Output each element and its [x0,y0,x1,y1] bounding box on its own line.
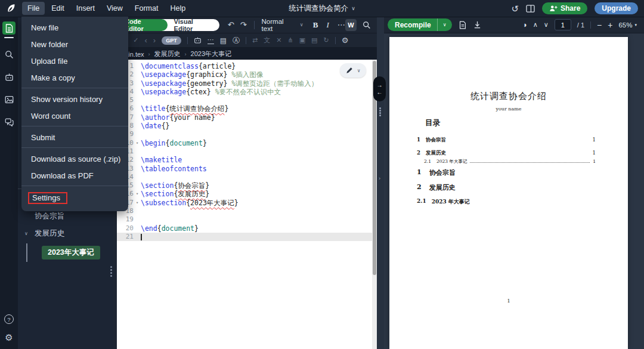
prev-suggestion-icon[interactable]: ‹ [144,36,147,44]
redo-icon[interactable]: ↷ [240,20,247,29]
code-line[interactable]: 2\usepackage{graphicx} %插入图像 [117,70,377,79]
download-pdf-icon[interactable] [473,21,481,29]
fold-arrow-icon[interactable]: ▾ [134,190,141,198]
code-line[interactable]: 10▾\begin{document} [117,139,377,147]
code-line[interactable]: 4\usepackage{ctex} %要不然会不认识中文 [117,88,377,96]
assistant-robot-icon[interactable] [2,70,16,84]
paraphrase-icon[interactable]: ⇄ [252,37,258,44]
compile-log-icon[interactable] [459,21,466,29]
code-line[interactable]: 17▾\subsection{2023年大事记} [117,199,377,207]
search-icon[interactable] [2,48,16,61]
editor-mode-toggle[interactable]: Code Editor Visual Editor [118,19,219,31]
menu-item-upload-file[interactable]: Upload file [21,52,128,69]
panel-resize-handle[interactable] [110,266,112,268]
project-title[interactable]: 统计调查协会简介 ∨ [289,4,355,14]
undo-icon[interactable]: ↶ [228,20,234,29]
menu-help[interactable]: Help [165,2,191,15]
fold-arrow-icon[interactable]: ▾ [134,199,141,207]
menu-view[interactable]: View [101,2,128,15]
divider-chevron-icon[interactable]: › [379,175,380,181]
fold-arrow-icon[interactable]: ▾ [134,139,141,147]
code-line[interactable]: 12\maketitle [117,156,377,164]
menu-item-make-a-copy[interactable]: Make a copy [21,69,128,86]
code-line[interactable]: 9 [117,130,377,138]
menu-edit[interactable]: Edit [46,2,70,15]
arrow-left-icon[interactable]: ← [377,89,383,95]
chat-icon[interactable] [2,116,16,129]
panel-divider[interactable]: → ← › [377,17,384,349]
pdf-page[interactable]: 统计调查协会介绍 your name 目录 1协会宗旨12发展历史12.1202… [389,37,628,349]
code-line[interactable]: 13\tableofcontents [117,165,377,173]
join-sentence-icon[interactable]: ⋔ [287,37,293,44]
menu-format[interactable]: Format [129,2,164,15]
code-line[interactable]: 1\documentclass{article} [117,62,377,70]
explain-icon[interactable]: ▤ [311,37,317,44]
translate-icon[interactable]: 文 [264,37,270,44]
code-line[interactable]: 19 [117,215,377,224]
editor-scrollbar[interactable] [372,60,377,349]
code-line[interactable]: 3\usepackage{geometry} %调整页边距（需手动输入） [117,79,377,88]
history-icon[interactable]: ↺ [511,4,519,13]
help-icon[interactable]: ? [4,314,14,324]
page-number-input[interactable] [555,19,571,30]
menu-item-new-file[interactable]: New file [21,19,128,36]
more-tools-icon[interactable]: ⋯ [338,20,345,29]
share-button[interactable]: Share [542,2,587,14]
breadcrumb-section[interactable]: 发展历史 [154,50,181,58]
next-suggestion-icon[interactable]: › [153,36,156,44]
menu-item-show-version-history[interactable]: Show version history [21,91,128,107]
layout-icon[interactable] [526,5,535,13]
writefull-settings-icon[interactable]: ⚙ [342,36,349,44]
review-pencil-dropdown[interactable]: ∨ [340,63,366,78]
menu-item-word-count[interactable]: Word count [21,107,128,124]
code-line[interactable]: 5 [117,96,377,104]
prev-page-icon[interactable]: ∧ [533,21,538,29]
outline-item-[interactable]: ∨发展历史 [18,225,113,242]
menu-file[interactable]: File [22,2,45,15]
abbreviations-icon[interactable]: Ⓐ [233,37,240,44]
accept-suggestion-icon[interactable]: ✓ [133,37,138,44]
figure-image-icon[interactable] [2,93,16,106]
editor-search-icon[interactable] [363,21,371,29]
toc-row[interactable]: 1协会宗旨1 [417,137,596,144]
code-line[interactable]: 18 [117,207,377,215]
layout-toggle-pill[interactable]: → ← [373,76,386,101]
code-line[interactable]: 8\date{} [117,122,377,130]
next-page-icon[interactable]: ∨ [544,21,549,29]
split-sentence-icon[interactable]: ✕ [276,37,281,44]
menu-item-download-as-source-zip[interactable]: Download as source (.zip) [21,150,128,167]
zoom-in-icon[interactable]: + [608,20,612,30]
gpt-badge[interactable]: GPT [162,36,181,45]
code-line[interactable]: 6\title{统计调查协会介绍} [117,104,377,113]
italic-button[interactable]: I [326,20,329,30]
menu-insert[interactable]: Insert [71,2,100,15]
code-line[interactable]: 14 [117,173,377,181]
menu-item-settings[interactable]: Settings [21,189,128,206]
code-line[interactable]: 20\end{document} [117,224,377,233]
writefull-robot-icon[interactable] [194,36,202,44]
upgrade-button[interactable]: Upgrade [595,2,638,14]
outline-item-2023[interactable]: 2023年大事记 [18,242,113,263]
visual-editor-tab[interactable]: Visual Editor [168,19,219,31]
menu-item-submit[interactable]: Submit [21,129,128,146]
zoom-out-icon[interactable]: − [597,20,602,30]
menu-item-new-folder[interactable]: New folder [21,36,128,52]
code-line[interactable]: 7\author{your name} [117,113,377,122]
menu-item-download-as-pdf[interactable]: Download as PDF [21,167,128,184]
rewrite-icon[interactable]: ↻ [323,37,329,44]
contrast-icon[interactable]: ◑ [522,20,527,29]
toc-row[interactable]: 2发展历史1 [417,150,596,157]
clipboard-icon[interactable]: ▣ [299,37,305,44]
code-line[interactable]: 16▾\section{发展历史} [117,190,377,198]
writefull-badge[interactable]: W [345,19,357,31]
arrow-right-icon[interactable]: → [377,82,383,88]
settings-gear-icon[interactable]: ⚙ [5,332,13,343]
recompile-options-chevron[interactable]: ∨ [438,22,452,27]
bold-button[interactable]: B [313,20,318,30]
breadcrumb-subsection[interactable]: 2023年大事记 [191,50,231,58]
toc-row[interactable]: 2.12023 年大事记1 [417,159,596,165]
code-editor-area[interactable]: 1\documentclass{article}2\usepackage{gra… [117,60,377,349]
zoom-level-dropdown[interactable]: 65% ▾ [618,21,637,29]
autocomplete-icon[interactable]: ⋯ [208,36,214,44]
recompile-button[interactable]: Recompile ∨ [388,18,452,31]
